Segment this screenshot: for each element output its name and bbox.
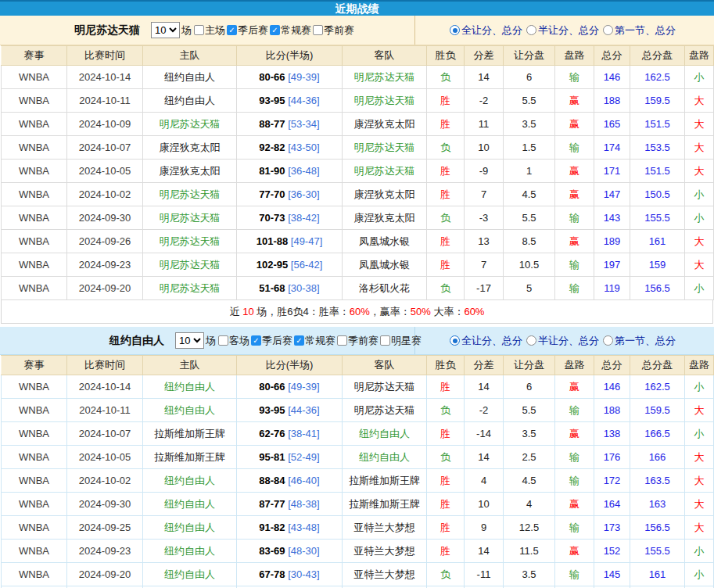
radio-label[interactable]: 全让分、总分 xyxy=(461,23,522,38)
total-cell: 197 xyxy=(594,253,630,277)
total-cell: 171 xyxy=(594,160,630,183)
half-score: [56-42] xyxy=(288,259,322,271)
summary-line: 近 10 场，胜6负4：胜率：60%，赢率：50% 大率：60% xyxy=(1,300,713,324)
column-header: 盘路 xyxy=(685,46,714,66)
summary-segment: 50% xyxy=(411,306,431,317)
home-team-cell: 纽约自由人 xyxy=(143,469,237,493)
unchecked-checkbox-icon[interactable] xyxy=(194,25,204,35)
away-team-cell: 明尼苏达天猫 xyxy=(343,89,427,113)
radio-unselected-icon[interactable] xyxy=(603,335,613,346)
games-count-select[interactable]: 10 xyxy=(151,22,180,38)
total-line-cell: 159.5 xyxy=(630,89,685,113)
games-count-select[interactable]: 10 xyxy=(175,332,204,349)
radio-label[interactable]: 第一节、总分 xyxy=(615,23,676,38)
league-cell: WNBA xyxy=(2,89,67,113)
diff-cell: 11 xyxy=(465,113,504,136)
game-row: WNBA2024-09-26明尼苏达天猫101-88 [49-47]凤凰城水银胜… xyxy=(2,230,714,253)
total-cell: 147 xyxy=(594,183,630,206)
away-team-cell: 拉斯维加斯王牌 xyxy=(343,469,427,493)
column-header: 让分盘 xyxy=(504,46,555,66)
diff-cell: -3 xyxy=(465,206,504,230)
checkbox-label[interactable]: 客场 xyxy=(229,334,249,348)
diff-cell: -2 xyxy=(465,89,504,113)
result-cell: 负 xyxy=(427,66,465,89)
total-cell: 165 xyxy=(594,113,630,136)
total-line-cell: 166 xyxy=(630,446,685,469)
ou-result-cell: 大 xyxy=(685,160,714,183)
home-team-cell: 纽约自由人 xyxy=(143,493,237,516)
away-team-cell: 康涅狄克太阳 xyxy=(343,113,427,136)
final-score: 87-77 xyxy=(259,498,285,510)
ou-result-cell: 小 xyxy=(685,183,714,206)
home-team-cell: 纽约自由人 xyxy=(143,375,237,399)
column-header: 赛事 xyxy=(2,356,67,375)
unchecked-checkbox-icon[interactable] xyxy=(337,335,347,346)
diff-cell: 13 xyxy=(465,230,504,253)
checkbox-label[interactable]: 季后赛 xyxy=(238,23,268,38)
score-cell: 83-69 [48-30] xyxy=(237,540,343,563)
radio-label[interactable]: 半让分、总分 xyxy=(538,23,599,38)
checkbox-label[interactable]: 常规赛 xyxy=(305,334,335,348)
summary-segment: ，赢率： xyxy=(370,306,411,317)
league-cell: WNBA xyxy=(2,136,67,160)
away-team-cell: 康涅狄克太阳 xyxy=(343,183,427,206)
home-team-cell: 拉斯维加斯王牌 xyxy=(143,422,237,446)
total-line-cell: 163 xyxy=(630,493,685,516)
unchecked-checkbox-icon[interactable] xyxy=(218,335,228,346)
game-row: WNBA2024-10-02明尼苏达天猫77-70 [36-30]康涅狄克太阳胜… xyxy=(2,183,714,206)
checkbox-label[interactable]: 主场 xyxy=(205,23,225,38)
recent-results-panel: 近期战绩 明尼苏达天猫 10 场 主场✓季后赛✓常规赛季前赛 全让分、总分半让分… xyxy=(0,0,714,588)
checked-checkbox-icon[interactable]: ✓ xyxy=(270,25,280,35)
checkbox-label[interactable]: 季后赛 xyxy=(262,334,292,348)
radio-unselected-icon[interactable] xyxy=(603,25,613,35)
handicap-result-cell: 输 xyxy=(555,136,594,160)
league-cell: WNBA xyxy=(2,540,67,563)
filter-checkboxes: 客场✓季后赛✓常规赛季前赛明星赛 xyxy=(217,334,422,348)
away-team-cell: 明尼苏达天猫 xyxy=(343,399,427,422)
checkbox-label[interactable]: 季前赛 xyxy=(348,334,379,348)
handicap-cell: 8.5 xyxy=(504,230,555,253)
section-minnesota-lynx: 明尼苏达天猫 10 场 主场✓季后赛✓常规赛季前赛 全让分、总分半让分、总分第一… xyxy=(0,16,714,324)
radio-label[interactable]: 半让分、总分 xyxy=(538,334,599,348)
column-header: 胜负 xyxy=(427,356,465,375)
diff-cell: 10 xyxy=(465,136,504,160)
checkbox-label[interactable]: 季前赛 xyxy=(324,23,354,38)
ou-result-cell: 小 xyxy=(685,563,714,586)
final-score: 95-81 xyxy=(259,451,285,463)
radio-selected-icon[interactable] xyxy=(450,335,460,346)
team-name-label: 明尼苏达天猫 xyxy=(74,23,140,38)
total-line-cell: 159 xyxy=(630,253,685,277)
game-row: WNBA2024-10-07康涅狄克太阳92-82 [43-50]明尼苏达天猫负… xyxy=(2,136,714,160)
total-cell: 146 xyxy=(594,66,630,89)
half-score: [49-47] xyxy=(288,235,322,247)
radio-unselected-icon[interactable] xyxy=(526,335,536,346)
unchecked-checkbox-icon[interactable] xyxy=(380,335,390,346)
radio-label[interactable]: 第一节、总分 xyxy=(615,334,676,348)
total-line-cell: 156.5 xyxy=(630,277,685,300)
date-cell: 2024-10-09 xyxy=(67,113,143,136)
diff-cell: 9 xyxy=(465,516,504,540)
final-score: 67-78 xyxy=(259,568,285,580)
away-team-cell: 洛杉矶火花 xyxy=(343,277,427,300)
final-score: 88-84 xyxy=(259,475,285,486)
ou-result-cell: 小 xyxy=(685,66,714,89)
diff-cell: 7 xyxy=(465,253,504,277)
radio-selected-icon[interactable] xyxy=(450,25,460,35)
game-row: WNBA2024-09-23明尼苏达天猫102-95 [56-42]凤凰城水银胜… xyxy=(2,253,714,277)
final-score: 81-90 xyxy=(259,165,285,177)
total-cell: 119 xyxy=(594,277,630,300)
radio-label[interactable]: 全让分、总分 xyxy=(461,334,522,348)
checked-checkbox-icon[interactable]: ✓ xyxy=(294,335,304,346)
checked-checkbox-icon[interactable]: ✓ xyxy=(251,335,261,346)
final-score: 62-76 xyxy=(259,428,285,439)
handicap-cell: 4.5 xyxy=(504,183,555,206)
unchecked-checkbox-icon[interactable] xyxy=(313,25,323,35)
final-score: 92-82 xyxy=(259,142,285,153)
date-cell: 2024-09-23 xyxy=(67,540,143,563)
checked-checkbox-icon[interactable]: ✓ xyxy=(227,25,237,35)
radio-unselected-icon[interactable] xyxy=(526,25,536,35)
away-team-cell: 亚特兰大梦想 xyxy=(343,563,427,586)
date-cell: 2024-10-11 xyxy=(67,399,143,422)
half-score: [49-39] xyxy=(285,71,320,83)
checkbox-label[interactable]: 常规赛 xyxy=(281,23,311,38)
